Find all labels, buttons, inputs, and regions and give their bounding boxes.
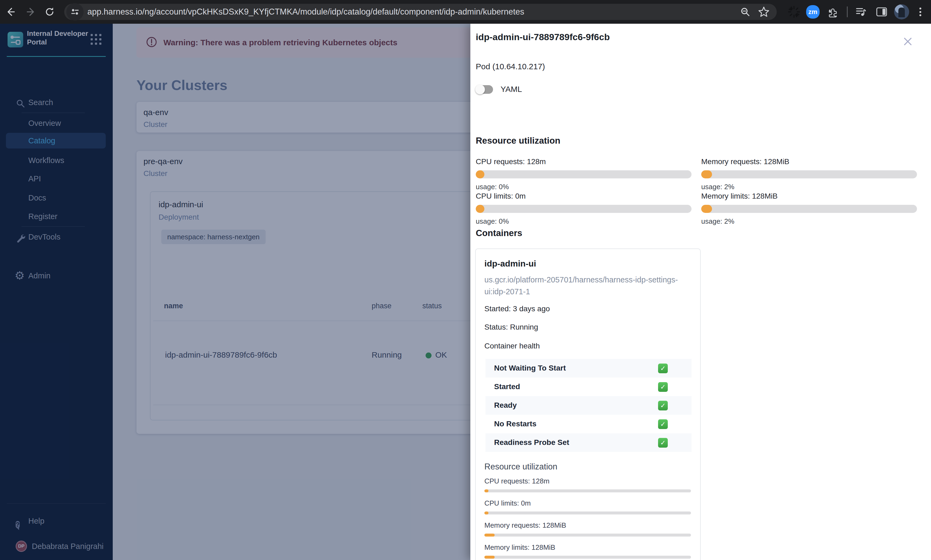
container-resource-title: Resource utilization — [484, 462, 558, 472]
yaml-toggle[interactable] — [476, 85, 493, 94]
check-icon: ✓ — [658, 382, 668, 392]
progress-fill — [484, 534, 495, 537]
side-panel-icon[interactable] — [875, 0, 888, 24]
metric-usage: usage: 2% — [701, 183, 734, 191]
progress-fill — [701, 205, 712, 213]
progress-bar — [484, 511, 691, 514]
extension-spinner-icon[interactable] — [787, 0, 801, 24]
toggle-knob — [475, 85, 485, 94]
back-icon[interactable] — [5, 6, 17, 18]
health-row: Readiness Probe Set ✓ — [486, 433, 692, 452]
progress-fill — [701, 170, 712, 178]
progress-bar — [476, 170, 692, 178]
health-row: Started ✓ — [486, 378, 692, 396]
metric-label: Memory limits: 128MiB — [701, 192, 917, 200]
metric-memory-limits: Memory limits: 128MiB usage: 2% — [701, 192, 917, 200]
kebab-menu-icon[interactable] — [917, 6, 923, 18]
progress-bar — [484, 489, 691, 492]
container-name: idp-admin-ui — [484, 259, 536, 269]
check-icon: ✓ — [658, 419, 668, 429]
health-row: Ready ✓ — [486, 396, 692, 415]
progress-fill — [484, 511, 489, 514]
metric-label: CPU requests: 128m — [484, 477, 549, 485]
browser-toolbar: app.harness.io/ng/account/vpCkHKsDSxK9_K… — [0, 0, 931, 24]
resource-utilization-title: Resource utilization — [476, 135, 560, 146]
zoom-extension-icon[interactable]: zm — [806, 0, 820, 24]
extensions-puzzle-icon[interactable] — [826, 0, 839, 24]
health-label: Ready — [494, 401, 517, 410]
metric-memory-requests: Memory requests: 128MiB usage: 2% — [701, 157, 917, 166]
screen: app.harness.io/ng/account/vpCkHKsDSxK9_K… — [0, 0, 931, 560]
metric-label: Memory requests: 128MiB — [701, 157, 917, 166]
url-text[interactable]: app.harness.io/ng/account/vpCkHKsDSxK9_K… — [87, 7, 740, 17]
health-label: No Restarts — [494, 420, 536, 428]
metric-label: CPU limits: 0m — [484, 499, 531, 508]
progress-bar — [701, 170, 917, 178]
metric-usage: usage: 2% — [701, 217, 734, 226]
site-settings-icon[interactable] — [66, 3, 83, 20]
check-icon: ✓ — [658, 401, 668, 411]
reload-icon[interactable] — [44, 6, 55, 18]
search-zoom-icon[interactable] — [740, 6, 751, 17]
profile-avatar[interactable] — [894, 4, 909, 19]
metric-label: CPU requests: 128m — [476, 157, 692, 166]
metric-usage: usage: 0% — [476, 183, 509, 191]
container-health-title: Container health — [484, 342, 539, 350]
metric-label: CPU limits: 0m — [476, 192, 692, 200]
containers-title: Containers — [476, 228, 522, 238]
health-label: Not Waiting To Start — [494, 364, 566, 372]
progress-bar — [484, 556, 691, 558]
metric-label: Memory requests: 128MiB — [484, 521, 566, 529]
container-status: Status: Running — [484, 323, 538, 331]
container-started: Started: 3 days ago — [484, 305, 550, 313]
media-playlist-icon[interactable] — [854, 0, 867, 24]
progress-fill — [476, 170, 484, 178]
health-row: Not Waiting To Start ✓ — [486, 359, 692, 378]
progress-fill — [484, 556, 495, 558]
metric-usage: usage: 0% — [476, 217, 509, 226]
check-icon: ✓ — [658, 438, 668, 448]
health-row: No Restarts ✓ — [486, 415, 692, 433]
progress-bar — [484, 534, 691, 537]
pod-subtitle: Pod (10.64.10.217) — [476, 62, 545, 71]
modal-backdrop[interactable] — [0, 24, 470, 560]
toolbar-separator — [847, 6, 848, 17]
pod-title: idp-admin-ui-7889789fc6-9f6cb — [476, 32, 610, 42]
container-card: idp-admin-ui us.gcr.io/platform-205701/h… — [475, 248, 701, 560]
metric-cpu-limits: CPU limits: 0m usage: 0% — [476, 192, 692, 200]
progress-fill — [484, 489, 489, 492]
zoom-extension-label: zm — [806, 5, 820, 18]
metric-cpu-requests: CPU requests: 128m usage: 0% — [476, 157, 692, 166]
metric-label: Memory limits: 128MiB — [484, 543, 555, 552]
health-label: Started — [494, 382, 520, 391]
health-label: Readiness Probe Set — [494, 438, 569, 447]
bookmark-star-icon[interactable] — [758, 6, 770, 18]
progress-bar — [701, 205, 917, 213]
close-icon[interactable] — [902, 35, 914, 48]
progress-bar — [476, 205, 692, 213]
url-bar[interactable]: app.harness.io/ng/account/vpCkHKsDSxK9_K… — [64, 4, 777, 20]
pod-details-drawer: idp-admin-ui-7889789fc6-9f6cb Pod (10.64… — [470, 24, 931, 560]
container-image: us.gcr.io/platform-205701/harness/harnes… — [484, 274, 678, 297]
progress-fill — [476, 205, 484, 213]
yaml-toggle-label: YAML — [501, 85, 522, 94]
check-icon: ✓ — [658, 363, 668, 373]
forward-icon[interactable] — [25, 6, 37, 18]
